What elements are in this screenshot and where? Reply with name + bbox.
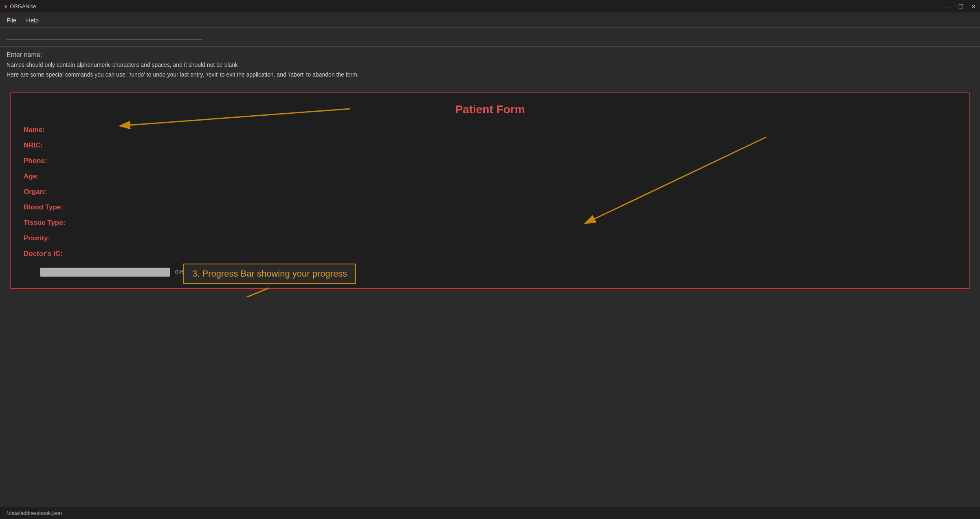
progress-container: 0%: [24, 268, 956, 277]
menu-bar: File Help: [0, 13, 980, 28]
status-bar: .\data\addressbook.json: [0, 507, 980, 519]
message-display-area: [0, 28, 980, 47]
enter-name-label: Enter name:: [7, 51, 973, 59]
label-doctors-ic: Doctor's IC:: [24, 250, 63, 257]
label-age: Age:: [24, 172, 39, 180]
info-line-2: Here are some special commands you can u…: [7, 70, 973, 80]
info-line-1: Names should only contain alphanumeric c…: [7, 60, 973, 70]
field-organ: Organ:: [24, 188, 956, 196]
label-organ: Organ:: [24, 188, 46, 196]
field-age: Age:: [24, 172, 956, 180]
patient-form: Patient Form Name: NRIC: Phone: Age: Org…: [10, 92, 970, 289]
menu-help[interactable]: Help: [26, 17, 39, 24]
svg-line-3: [151, 288, 269, 297]
field-priority: Priority:: [24, 234, 956, 242]
label-name: Name:: [24, 126, 45, 134]
field-tissue-type: Tissue Type:: [24, 219, 956, 227]
app-title: ORGANice: [10, 3, 36, 9]
label-tissue-type: Tissue Type:: [24, 219, 65, 227]
field-name: Name:: [24, 126, 956, 134]
field-phone: Phone:: [24, 157, 956, 165]
main-content: Patient Form Name: NRIC: Phone: Age: Org…: [0, 84, 980, 297]
label-nric: NRIC:: [24, 141, 43, 149]
maximize-button[interactable]: ❐: [958, 3, 964, 10]
info-area: Enter name: Names should only contain al…: [0, 47, 980, 84]
label-phone: Phone:: [24, 157, 47, 165]
title-bar-controls: — ❐ ✕: [945, 3, 976, 10]
label-priority: Priority:: [24, 234, 50, 242]
title-bar: ♥ ORGANice — ❐ ✕: [0, 0, 980, 13]
label-blood-type: Blood Type:: [24, 203, 63, 211]
minimize-button[interactable]: —: [945, 3, 951, 10]
status-path: .\data\addressbook.json: [6, 510, 62, 516]
close-button[interactable]: ✕: [971, 3, 976, 10]
patient-form-title: Patient Form: [24, 103, 956, 116]
field-blood-type: Blood Type:: [24, 203, 956, 211]
progress-bar-outer: [40, 268, 170, 277]
field-doctors-ic: Doctor's IC:: [24, 250, 956, 258]
menu-file[interactable]: File: [7, 17, 16, 24]
title-bar-left: ♥ ORGANice: [4, 3, 36, 10]
progress-text: 0%: [175, 268, 184, 275]
app-icon: ♥: [4, 3, 7, 10]
message-input[interactable]: [7, 31, 202, 40]
field-nric: NRIC:: [24, 141, 956, 150]
